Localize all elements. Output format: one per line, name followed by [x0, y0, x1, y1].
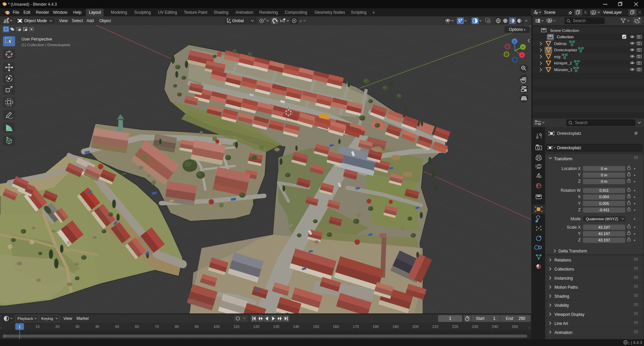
svg-text:130: 130 [273, 325, 279, 329]
svg-text:Z: Z [514, 40, 516, 43]
svg-text:Collection: Collection [557, 35, 574, 39]
svg-text:Visibility: Visibility [554, 303, 569, 308]
svg-text:ViewLayer: ViewLayer [603, 10, 622, 15]
svg-text:Select: Select [72, 18, 83, 23]
svg-text:43.197: 43.197 [598, 238, 610, 242]
svg-text:Z: Z [578, 179, 581, 184]
svg-text:Relations: Relations [554, 258, 571, 263]
svg-text:180: 180 [373, 325, 379, 329]
svg-text:43.197: 43.197 [598, 232, 610, 236]
svg-text:Animation: Animation [554, 330, 572, 335]
svg-text:Z: Z [578, 238, 581, 242]
svg-text:50: 50 [115, 325, 119, 329]
svg-text:›: › [1, 326, 2, 330]
svg-text:Object: Object [99, 18, 111, 23]
svg-text:0.911: 0.911 [599, 188, 609, 192]
svg-text:Y: Y [578, 201, 581, 206]
svg-text:70: 70 [155, 325, 159, 329]
svg-text:Y: Y [578, 173, 581, 177]
svg-text:240: 240 [492, 325, 498, 329]
svg-text:Scale X: Scale X [567, 225, 581, 230]
svg-text:Daltrop: Daltrop [554, 42, 567, 46]
svg-text:Mode: Mode [571, 217, 581, 221]
svg-text:‹: ‹ [529, 326, 530, 330]
svg-text:200: 200 [412, 325, 418, 329]
svg-text:Rotation W: Rotation W [561, 188, 581, 193]
svg-text:30: 30 [75, 325, 79, 329]
svg-text:Delta Transform: Delta Transform [558, 249, 587, 253]
svg-text:Playback: Playback [17, 316, 33, 321]
svg-text:0.004: 0.004 [599, 195, 609, 199]
svg-text:Scene: Scene [544, 10, 555, 15]
svg-text:Dreiecksplatz: Dreiecksplatz [557, 131, 581, 136]
svg-text:Dreiecksplatz: Dreiecksplatz [554, 48, 577, 52]
svg-text:X: X [521, 53, 523, 57]
svg-text:170: 170 [353, 325, 359, 329]
svg-text:End: End [506, 316, 513, 321]
svg-text:Y: Y [522, 45, 524, 49]
svg-text:Münster_1: Münster_1 [554, 68, 572, 72]
svg-text:0 m: 0 m [601, 173, 607, 177]
svg-text:60: 60 [135, 325, 139, 329]
svg-text:190: 190 [392, 325, 398, 329]
svg-text:230: 230 [472, 325, 478, 329]
svg-text:esg: esg [554, 55, 560, 59]
svg-text:210: 210 [432, 325, 438, 329]
svg-text:40: 40 [95, 325, 99, 329]
svg-text:1: 1 [18, 325, 20, 329]
svg-text:120: 120 [253, 325, 259, 329]
svg-text:königstr_2: königstr_2 [554, 61, 572, 65]
svg-text:Search: Search [575, 120, 588, 125]
svg-text:Location X: Location X [561, 166, 581, 171]
svg-text:0 m: 0 m [601, 179, 607, 183]
svg-text:-0.411: -0.411 [599, 208, 609, 212]
svg-text:Line Art: Line Art [554, 321, 568, 326]
svg-text:Quaternion (WXYZ): Quaternion (WXYZ) [586, 217, 619, 221]
svg-text:Object Mode: Object Mode [24, 18, 47, 23]
svg-text:1: 1 [628, 342, 630, 345]
svg-text:160: 160 [333, 325, 339, 329]
svg-text:150: 150 [313, 325, 319, 329]
svg-text:Dreiecksplatz: Dreiecksplatz [557, 146, 581, 150]
svg-text:Scene Collection: Scene Collection [550, 28, 579, 33]
svg-text:20: 20 [55, 325, 59, 329]
svg-text:Collections: Collections [554, 267, 574, 272]
svg-text:1: 1 [493, 316, 495, 321]
svg-text:250: 250 [512, 325, 518, 329]
svg-text:View: View [63, 316, 72, 321]
svg-text:| 4.4.3: | 4.4.3 [631, 340, 642, 345]
svg-text:Keying: Keying [41, 316, 53, 321]
svg-text:Global: Global [232, 18, 244, 23]
svg-text:Marker: Marker [76, 316, 89, 321]
svg-text:Y: Y [578, 231, 581, 236]
svg-text:Z: Z [578, 208, 581, 212]
svg-text:43.197: 43.197 [598, 225, 610, 229]
svg-text:View: View [59, 18, 68, 23]
svg-text:Viewport Display: Viewport Display [554, 312, 584, 317]
svg-text:Motion Paths: Motion Paths [554, 285, 578, 290]
svg-text:90: 90 [195, 325, 199, 329]
svg-text:0.005: 0.005 [599, 201, 609, 206]
svg-text:220: 220 [452, 325, 458, 329]
svg-text:100: 100 [213, 325, 219, 329]
svg-text:Start: Start [476, 316, 485, 321]
svg-text:Add: Add [87, 18, 94, 23]
svg-text:Transform: Transform [554, 157, 572, 161]
svg-text:250: 250 [519, 316, 525, 321]
svg-text:0 m: 0 m [601, 167, 607, 171]
svg-text:80: 80 [175, 325, 179, 329]
svg-text:10: 10 [36, 325, 40, 329]
svg-text:X: X [578, 194, 581, 199]
svg-text:1: 1 [449, 316, 451, 321]
svg-text:140: 140 [293, 325, 299, 329]
svg-text:Instancing: Instancing [554, 276, 573, 281]
svg-text:Shading: Shading [554, 294, 569, 299]
svg-text:110: 110 [233, 325, 239, 329]
svg-text:Search: Search [573, 18, 586, 23]
